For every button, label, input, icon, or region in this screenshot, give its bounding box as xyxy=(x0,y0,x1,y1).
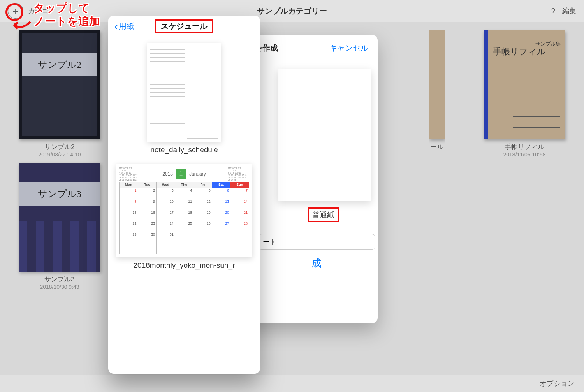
template-thumb xyxy=(147,43,221,142)
top-toolbar: ＋ カテゴ サンプルカテゴリー ? 編集 xyxy=(0,0,584,22)
note-title: 手帳リフィル xyxy=(484,142,565,151)
note-card[interactable]: ール xyxy=(429,30,445,151)
template-name: 2018monthly_yoko_mon-sun_r xyxy=(112,261,256,270)
template-thumb: M T W T F S S 1 2 34 5 6 7 8 9 1011 12 1… xyxy=(116,164,252,257)
template-sheet: ‹ 用紙 スケジュール note_daily_schedule xyxy=(108,16,260,374)
options-button[interactable]: オプション xyxy=(540,379,575,388)
cover-title: サンプル2 xyxy=(22,53,97,76)
template-item[interactable]: note_daily_schedule xyxy=(112,43,256,158)
mini-calendar-next: M T W T F S S 1 2 3 45 6 7 8 9 10 1112 1… xyxy=(228,167,249,181)
chevron-left-icon: ‹ xyxy=(114,21,118,32)
template-item[interactable]: M T W T F S S 1 2 34 5 6 7 8 9 1011 12 1… xyxy=(112,164,256,274)
note-title: サンプル3 xyxy=(19,275,100,284)
note-cover xyxy=(429,30,445,139)
note-date: 2018/11/06 10:58 xyxy=(484,151,565,158)
paper-type-label[interactable]: 普通紙 xyxy=(308,207,339,222)
note-cover: サンプル3 xyxy=(19,163,100,272)
note-date: 2018/10/30 9:43 xyxy=(19,284,100,290)
template-list[interactable]: note_daily_schedule M T W T F S S 1 2 34… xyxy=(108,37,260,285)
page-title: サンプルカテゴリー xyxy=(0,6,584,16)
note-card[interactable]: サンプル2 サンプル2 2019/03/22 14:10 xyxy=(19,30,100,158)
bottom-toolbar: オプション xyxy=(0,375,584,392)
mini-calendar-prev: M T W T F S S 1 2 34 5 6 7 8 9 1011 12 1… xyxy=(119,167,140,181)
note-card[interactable]: 手帳リフィル サンプル集 手帳リフィル 2018/11/06 10:58 xyxy=(484,30,565,158)
calendar-year: 2018 xyxy=(162,171,173,177)
cover-title: サンプル3 xyxy=(19,182,100,206)
cancel-button[interactable]: キャンセル xyxy=(329,43,368,53)
cover-title: 手帳リフィル サンプル集 xyxy=(493,46,561,58)
note-card[interactable]: サンプル3 サンプル3 2018/10/30 9:43 xyxy=(19,163,100,290)
create-button[interactable]: 成 xyxy=(265,257,368,270)
back-label: 用紙 xyxy=(119,21,134,32)
calendar-grid: Mon Tue Wed Thu Fri Sat Sun 1234567 8910… xyxy=(119,182,249,254)
calendar-month-num: 1 xyxy=(176,169,186,179)
paper-preview[interactable] xyxy=(278,69,371,201)
note-cover: 手帳リフィル サンプル集 xyxy=(484,30,565,139)
calendar-month-name: January xyxy=(189,171,206,177)
note-title: サンプル2 xyxy=(19,142,100,151)
note-title: ール xyxy=(429,142,445,151)
template-name: note_daily_schedule xyxy=(112,146,256,154)
note-cover: サンプル2 xyxy=(19,30,100,139)
note-name-input[interactable] xyxy=(259,234,375,250)
note-date: 2019/03/22 14:10 xyxy=(19,151,100,158)
back-button[interactable]: ‹ 用紙 xyxy=(114,21,134,32)
